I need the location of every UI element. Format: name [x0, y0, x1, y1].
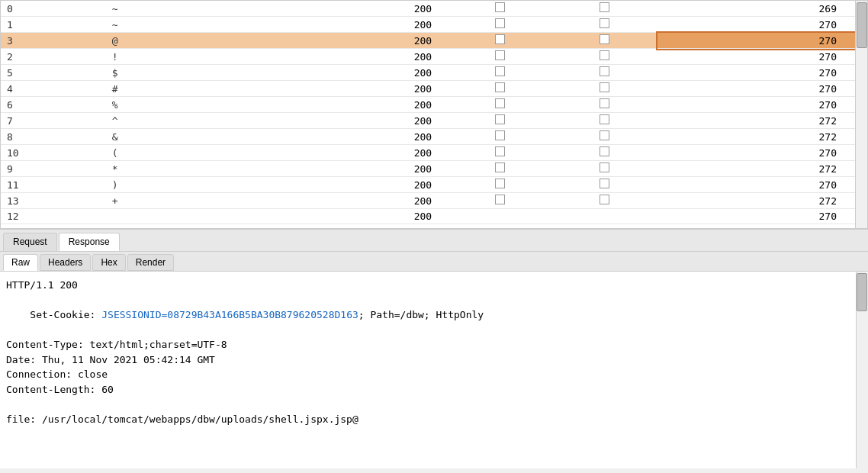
cell-length: 270: [657, 81, 867, 97]
cell-check2[interactable]: [552, 1, 657, 17]
response-line-3: Content-Type: text/html;charset=UTF-8: [6, 337, 862, 352]
cell-check2[interactable]: [552, 33, 657, 49]
cell-char: (: [106, 145, 237, 161]
tab-response[interactable]: Response: [59, 233, 120, 251]
cell-index: 5: [1, 65, 106, 81]
table-row[interactable]: 12200270: [1, 209, 867, 224]
cell-check2[interactable]: [552, 81, 657, 97]
cell-check1[interactable]: [447, 193, 552, 209]
sub-tabs-row: Raw Headers Hex Render: [0, 252, 868, 272]
table-scrollbar[interactable]: [855, 1, 867, 228]
results-table-container: 0~2002691~2002703@2002702!2002705$200270…: [0, 0, 868, 229]
cell-check2[interactable]: [552, 193, 657, 209]
cell-char: !: [106, 49, 237, 65]
cell-check1[interactable]: [447, 177, 552, 193]
cell-check1[interactable]: [447, 1, 552, 17]
cell-check2[interactable]: [552, 161, 657, 177]
response-line-8: file: /usr/local/tomcat/webapps/dbw/uplo…: [6, 412, 862, 427]
cell-char: &: [106, 129, 237, 145]
cell-length: 270: [657, 145, 867, 161]
cell-check1[interactable]: [447, 81, 552, 97]
response-line-1: HTTP/1.1 200: [6, 278, 862, 293]
table-scrollbar-thumb[interactable]: [857, 2, 867, 48]
cell-status: 200: [237, 81, 447, 97]
cell-check1[interactable]: [447, 65, 552, 81]
table-row[interactable]: 5$200270: [1, 65, 867, 81]
response-line-5: Connection: close: [6, 367, 862, 382]
cell-length: 269: [657, 1, 867, 17]
response-scrollbar[interactable]: [856, 272, 868, 468]
cell-check1[interactable]: [447, 145, 552, 161]
cell-check1[interactable]: [447, 17, 552, 33]
table-row[interactable]: 9*200272: [1, 161, 867, 177]
cell-check2[interactable]: [552, 49, 657, 65]
cell-check1[interactable]: [447, 161, 552, 177]
cell-status: 200: [237, 113, 447, 129]
cell-check2[interactable]: [552, 17, 657, 33]
cell-check1[interactable]: [447, 33, 552, 49]
table-row[interactable]: 10(200270: [1, 145, 867, 161]
table-row[interactable]: 13+200272: [1, 193, 867, 209]
cell-length: 272: [657, 129, 867, 145]
cell-length: 270: [657, 17, 867, 33]
sub-tab-render[interactable]: Render: [127, 254, 174, 271]
sub-tab-raw[interactable]: Raw: [3, 254, 38, 271]
cell-char: ~: [106, 1, 237, 17]
cell-check2[interactable]: [552, 209, 657, 224]
table-row[interactable]: 6%200270: [1, 97, 867, 113]
cell-index: 12: [1, 209, 106, 224]
cell-char: ): [106, 177, 237, 193]
sub-tab-headers[interactable]: Headers: [40, 254, 91, 271]
table-row[interactable]: 8&200272: [1, 129, 867, 145]
cell-length: 270: [657, 33, 867, 49]
table-row[interactable]: 3@200270: [1, 33, 867, 49]
cell-index: 9: [1, 161, 106, 177]
cell-index: 11: [1, 177, 106, 193]
table-row[interactable]: 2!200270: [1, 49, 867, 65]
cell-check1[interactable]: [447, 113, 552, 129]
cell-check2[interactable]: [552, 177, 657, 193]
table-row[interactable]: 7^200272: [1, 113, 867, 129]
cell-index: 10: [1, 145, 106, 161]
response-line-2: Set-Cookie: JSESSIONID=08729B43A166B5BA3…: [6, 293, 862, 338]
response-line-4: Date: Thu, 11 Nov 2021 05:42:14 GMT: [6, 352, 862, 368]
cell-check1[interactable]: [447, 129, 552, 145]
cell-check2[interactable]: [552, 145, 657, 161]
cell-length: 272: [657, 113, 867, 129]
set-cookie-prefix: Set-Cookie:: [30, 309, 101, 320]
response-line-7: [6, 397, 862, 412]
cell-index: 1: [1, 17, 106, 33]
cell-check2[interactable]: [552, 97, 657, 113]
cell-length: 272: [657, 161, 867, 177]
table-row[interactable]: 0~200269: [1, 1, 867, 17]
set-cookie-suffix: ; Path=/dbw; HttpOnly: [358, 309, 484, 320]
response-scrollbar-thumb[interactable]: [857, 273, 867, 311]
cell-status: 200: [237, 1, 447, 17]
cell-index: 4: [1, 81, 106, 97]
cell-check1[interactable]: [447, 49, 552, 65]
table-row[interactable]: 1~200270: [1, 17, 867, 33]
cell-length: 270: [657, 65, 867, 81]
cell-check2[interactable]: [552, 129, 657, 145]
cell-check1[interactable]: [447, 209, 552, 224]
cell-char: @: [106, 33, 237, 49]
cell-status: 200: [237, 33, 447, 49]
cell-status: 200: [237, 145, 447, 161]
main-tabs-row: Request Response: [0, 229, 868, 252]
cell-length: 270: [657, 209, 867, 224]
cell-status: 200: [237, 193, 447, 209]
cell-char: $: [106, 65, 237, 81]
response-line-6: Content-Length: 60: [6, 382, 862, 397]
table-row[interactable]: 4#200270: [1, 81, 867, 97]
cell-check2[interactable]: [552, 113, 657, 129]
cell-check1[interactable]: [447, 97, 552, 113]
cell-status: 200: [237, 17, 447, 33]
cell-char: ^: [106, 113, 237, 129]
sub-tab-hex[interactable]: Hex: [92, 254, 125, 271]
cell-status: 200: [237, 177, 447, 193]
cell-char: *: [106, 161, 237, 177]
tab-request[interactable]: Request: [3, 233, 57, 251]
cell-index: 0: [1, 1, 106, 17]
table-row[interactable]: 11)200270: [1, 177, 867, 193]
cell-check2[interactable]: [552, 65, 657, 81]
